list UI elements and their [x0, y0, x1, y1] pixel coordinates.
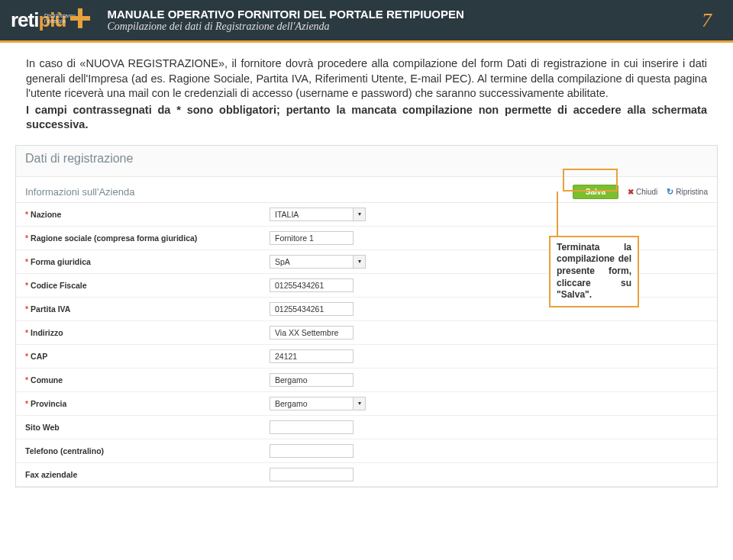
- required-star-icon: *: [25, 233, 28, 243]
- field-label: Fax aziendale: [25, 470, 270, 479]
- text-input[interactable]: 24121: [270, 349, 354, 363]
- form-row: *ProvinciaBergamo▾: [16, 392, 717, 416]
- field-label: Sito Web: [25, 423, 270, 432]
- required-star-icon: *: [25, 399, 28, 408]
- field-label: *Indirizzo: [25, 328, 270, 337]
- field-label-text: Sito Web: [25, 423, 60, 432]
- required-star-icon: *: [25, 281, 28, 290]
- form-row: *Codice Fiscale01255434261: [16, 274, 717, 298]
- restore-button[interactable]: ↻ Ripristina: [667, 187, 708, 197]
- required-star-icon: *: [25, 304, 28, 314]
- field-label-text: Nazione: [31, 210, 61, 219]
- form-heading: Dati di registrazione: [16, 146, 717, 177]
- doc-title: MANUALE OPERATIVO FORNITORI DEL PORTALE …: [107, 8, 697, 21]
- required-star-icon: *: [25, 375, 28, 385]
- form-row: *ComuneBergamo: [16, 369, 717, 392]
- field-label-text: Fax aziendale: [25, 470, 77, 479]
- doc-subtitle: Compilazione dei dati di Registrazione d…: [107, 21, 697, 33]
- text-input[interactable]: [270, 420, 354, 434]
- page-number: 7: [697, 9, 716, 32]
- select-input[interactable]: Bergamo: [270, 397, 354, 410]
- chevron-down-icon[interactable]: ▾: [354, 208, 366, 221]
- field-label: *Nazione: [25, 210, 270, 219]
- body-text: In caso di «NUOVA REGISTRAZIONE», il for…: [0, 43, 733, 139]
- field-label: *Comune: [25, 375, 270, 385]
- select-input[interactable]: SpA: [270, 255, 354, 269]
- form-row: Fax aziendale: [16, 463, 717, 487]
- field-label-text: Comune: [31, 375, 63, 385]
- text-input[interactable]: 01255434261: [270, 302, 354, 316]
- field-label-text: Forma giuridica: [31, 257, 91, 266]
- required-star-icon: *: [25, 257, 28, 266]
- form-row: *Partita IVA01255434261: [16, 298, 717, 321]
- text-input[interactable]: [270, 444, 354, 458]
- paragraph-2: I campi contrassegnati da * sono obbliga…: [26, 103, 707, 133]
- required-star-icon: *: [25, 352, 28, 361]
- required-star-icon: *: [25, 328, 28, 337]
- form-row: *Ragione sociale (compresa forma giuridi…: [16, 227, 717, 250]
- select-input[interactable]: ITALIA: [270, 208, 354, 221]
- close-label: Chiudi: [636, 188, 657, 196]
- brand-word-a: reti: [11, 8, 38, 32]
- required-star-icon: *: [25, 210, 28, 219]
- form-row: *CAP24121: [16, 345, 717, 369]
- field-label: *CAP: [25, 352, 270, 361]
- text-input[interactable]: Bergamo: [270, 373, 354, 387]
- form-row: *NazioneITALIA▾: [16, 203, 717, 227]
- brand-logo: Distribuiamo l'energia reti più: [11, 8, 90, 32]
- field-label: *Partita IVA: [25, 304, 270, 314]
- field-label: *Forma giuridica: [25, 257, 270, 266]
- text-input[interactable]: 01255434261: [270, 278, 354, 292]
- paragraph-1: In caso di «NUOVA REGISTRAZIONE», il for…: [26, 56, 707, 101]
- text-input[interactable]: [270, 468, 354, 481]
- field-label-text: Codice Fiscale: [31, 281, 87, 290]
- field-label: Telefono (centralino): [25, 446, 270, 455]
- header-bar: Distribuiamo l'energia reti più MANUALE …: [0, 0, 733, 40]
- form-row: Sito Web: [16, 416, 717, 439]
- plus-icon: [70, 8, 90, 28]
- field-label-text: Indirizzo: [31, 328, 63, 337]
- chevron-down-icon[interactable]: ▾: [354, 255, 366, 269]
- field-label-text: Telefono (centralino): [25, 446, 104, 455]
- form-screenshot: Dati di registrazione Informazioni sull'…: [15, 145, 718, 488]
- field-label-text: CAP: [31, 352, 47, 361]
- text-input[interactable]: Via XX Settembre: [270, 326, 354, 340]
- field-label-text: Partita IVA: [31, 304, 70, 314]
- form-row: *Forma giuridicaSpA▾: [16, 250, 717, 274]
- form-row: Telefono (centralino): [16, 439, 717, 463]
- text-input[interactable]: Fornitore 1: [270, 231, 354, 245]
- close-button[interactable]: ✖ Chiudi: [628, 188, 657, 196]
- field-label: *Codice Fiscale: [25, 281, 270, 290]
- form-row: *IndirizzoVia XX Settembre: [16, 321, 717, 345]
- field-label: *Provincia: [25, 399, 270, 408]
- field-label: *Ragione sociale (compresa forma giuridi…: [25, 233, 270, 243]
- refresh-icon: ↻: [667, 187, 673, 197]
- chevron-down-icon[interactable]: ▾: [354, 397, 366, 410]
- form-section-title: Informazioni sull'Azienda: [25, 186, 134, 198]
- restore-label: Ripristina: [676, 188, 708, 196]
- save-button[interactable]: Salva: [573, 185, 618, 199]
- close-icon: ✖: [628, 188, 634, 196]
- field-label-text: Ragione sociale (compresa forma giuridic…: [31, 233, 197, 243]
- field-label-text: Provincia: [31, 399, 66, 408]
